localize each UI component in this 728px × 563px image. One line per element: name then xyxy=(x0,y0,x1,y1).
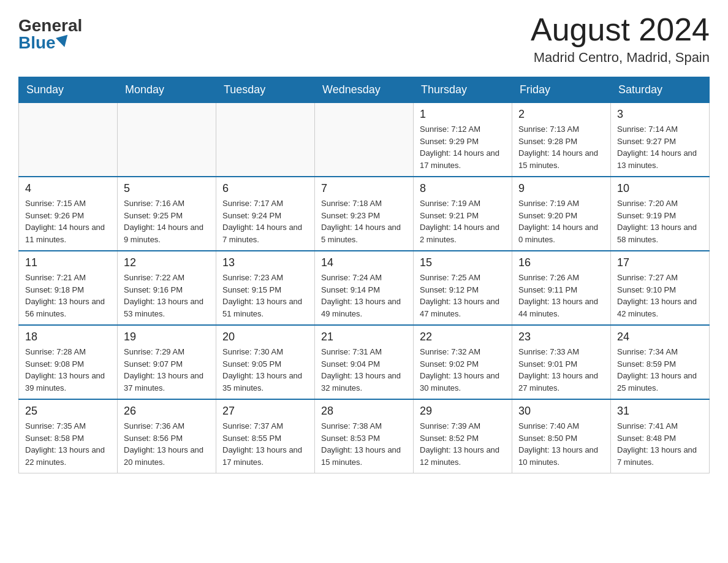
day-info: Sunrise: 7:31 AMSunset: 9:04 PMDaylight:… xyxy=(321,346,407,394)
header-day-tuesday: Tuesday xyxy=(216,77,315,103)
calendar-cell: 28Sunrise: 7:38 AMSunset: 8:53 PMDayligh… xyxy=(315,399,414,473)
calendar-cell: 19Sunrise: 7:29 AMSunset: 9:07 PMDayligh… xyxy=(118,325,216,399)
day-number: 22 xyxy=(420,331,506,343)
calendar-table: SundayMondayTuesdayWednesdayThursdayFrid… xyxy=(18,77,710,473)
day-info: Sunrise: 7:14 AMSunset: 9:27 PMDaylight:… xyxy=(617,123,703,171)
day-info: Sunrise: 7:17 AMSunset: 9:24 PMDaylight:… xyxy=(222,197,308,245)
day-number: 1 xyxy=(420,108,506,121)
calendar-cell: 2Sunrise: 7:13 AMSunset: 9:28 PMDaylight… xyxy=(512,103,611,177)
calendar-cell: 23Sunrise: 7:33 AMSunset: 9:01 PMDayligh… xyxy=(512,325,611,399)
week-row-4: 18Sunrise: 7:28 AMSunset: 9:08 PMDayligh… xyxy=(19,325,710,399)
calendar-cell: 29Sunrise: 7:39 AMSunset: 8:52 PMDayligh… xyxy=(414,399,512,473)
calendar-cell: 16Sunrise: 7:26 AMSunset: 9:11 PMDayligh… xyxy=(512,251,611,325)
day-number: 11 xyxy=(25,256,111,269)
day-info: Sunrise: 7:24 AMSunset: 9:14 PMDaylight:… xyxy=(321,272,407,320)
calendar-cell: 8Sunrise: 7:19 AMSunset: 9:21 PMDaylight… xyxy=(414,177,512,251)
day-number: 31 xyxy=(617,405,703,418)
day-info: Sunrise: 7:29 AMSunset: 9:07 PMDaylight:… xyxy=(124,346,210,394)
header-day-saturday: Saturday xyxy=(611,77,710,103)
day-number: 5 xyxy=(124,182,210,195)
header-day-wednesday: Wednesday xyxy=(315,77,414,103)
day-info: Sunrise: 7:28 AMSunset: 9:08 PMDaylight:… xyxy=(25,346,111,394)
calendar-cell: 9Sunrise: 7:19 AMSunset: 9:20 PMDaylight… xyxy=(512,177,611,251)
header: General Blue August 2024 Madrid Centro, … xyxy=(18,12,710,66)
calendar-cell: 1Sunrise: 7:12 AMSunset: 9:29 PMDaylight… xyxy=(414,103,512,177)
day-number: 16 xyxy=(518,256,604,269)
day-number: 7 xyxy=(321,182,407,195)
location-subtitle: Madrid Centro, Madrid, Spain xyxy=(531,50,710,66)
day-number: 4 xyxy=(25,182,111,195)
calendar-cell: 18Sunrise: 7:28 AMSunset: 9:08 PMDayligh… xyxy=(19,325,118,399)
logo-blue-text: Blue xyxy=(18,34,56,52)
day-number: 13 xyxy=(222,256,308,269)
day-info: Sunrise: 7:22 AMSunset: 9:16 PMDaylight:… xyxy=(124,272,210,320)
day-number: 27 xyxy=(222,405,308,418)
day-info: Sunrise: 7:25 AMSunset: 9:12 PMDaylight:… xyxy=(420,272,506,320)
calendar-cell xyxy=(118,103,216,177)
day-info: Sunrise: 7:21 AMSunset: 9:18 PMDaylight:… xyxy=(25,272,111,320)
calendar-cell: 21Sunrise: 7:31 AMSunset: 9:04 PMDayligh… xyxy=(315,325,414,399)
calendar-cell: 30Sunrise: 7:40 AMSunset: 8:50 PMDayligh… xyxy=(512,399,611,473)
day-number: 21 xyxy=(321,331,407,343)
day-info: Sunrise: 7:19 AMSunset: 9:21 PMDaylight:… xyxy=(420,197,506,245)
day-number: 28 xyxy=(321,405,407,418)
calendar-cell: 11Sunrise: 7:21 AMSunset: 9:18 PMDayligh… xyxy=(19,251,118,325)
calendar-cell xyxy=(216,103,315,177)
day-number: 24 xyxy=(617,331,703,343)
day-info: Sunrise: 7:34 AMSunset: 8:59 PMDaylight:… xyxy=(617,346,703,394)
calendar-cell: 20Sunrise: 7:30 AMSunset: 9:05 PMDayligh… xyxy=(216,325,315,399)
week-row-5: 25Sunrise: 7:35 AMSunset: 8:58 PMDayligh… xyxy=(19,399,710,473)
header-row: SundayMondayTuesdayWednesdayThursdayFrid… xyxy=(19,77,710,103)
day-number: 9 xyxy=(518,182,604,195)
day-info: Sunrise: 7:35 AMSunset: 8:58 PMDaylight:… xyxy=(25,420,111,468)
calendar-cell: 22Sunrise: 7:32 AMSunset: 9:02 PMDayligh… xyxy=(414,325,512,399)
calendar-cell: 17Sunrise: 7:27 AMSunset: 9:10 PMDayligh… xyxy=(611,251,710,325)
day-info: Sunrise: 7:15 AMSunset: 9:26 PMDaylight:… xyxy=(25,197,111,245)
day-info: Sunrise: 7:12 AMSunset: 9:29 PMDaylight:… xyxy=(420,123,506,171)
day-number: 26 xyxy=(124,405,210,418)
logo-general-text: General xyxy=(18,17,82,34)
day-info: Sunrise: 7:30 AMSunset: 9:05 PMDaylight:… xyxy=(222,346,308,394)
calendar-cell xyxy=(19,103,118,177)
calendar-cell: 4Sunrise: 7:15 AMSunset: 9:26 PMDaylight… xyxy=(19,177,118,251)
day-number: 20 xyxy=(222,331,308,343)
calendar-cell: 14Sunrise: 7:24 AMSunset: 9:14 PMDayligh… xyxy=(315,251,414,325)
title-area: August 2024 Madrid Centro, Madrid, Spain xyxy=(531,12,710,66)
day-info: Sunrise: 7:13 AMSunset: 9:28 PMDaylight:… xyxy=(518,123,604,171)
calendar-cell: 3Sunrise: 7:14 AMSunset: 9:27 PMDaylight… xyxy=(611,103,710,177)
day-number: 18 xyxy=(25,331,111,343)
day-number: 8 xyxy=(420,182,506,195)
day-info: Sunrise: 7:19 AMSunset: 9:20 PMDaylight:… xyxy=(518,197,604,245)
calendar-cell: 15Sunrise: 7:25 AMSunset: 9:12 PMDayligh… xyxy=(414,251,512,325)
day-number: 15 xyxy=(420,256,506,269)
calendar-cell: 24Sunrise: 7:34 AMSunset: 8:59 PMDayligh… xyxy=(611,325,710,399)
calendar-cell: 12Sunrise: 7:22 AMSunset: 9:16 PMDayligh… xyxy=(118,251,216,325)
calendar-cell: 7Sunrise: 7:18 AMSunset: 9:23 PMDaylight… xyxy=(315,177,414,251)
logo-blue-row: Blue xyxy=(18,34,69,52)
calendar-cell: 31Sunrise: 7:41 AMSunset: 8:48 PMDayligh… xyxy=(611,399,710,473)
calendar-cell: 25Sunrise: 7:35 AMSunset: 8:58 PMDayligh… xyxy=(19,399,118,473)
calendar-cell: 27Sunrise: 7:37 AMSunset: 8:55 PMDayligh… xyxy=(216,399,315,473)
header-day-sunday: Sunday xyxy=(19,77,118,103)
day-info: Sunrise: 7:16 AMSunset: 9:25 PMDaylight:… xyxy=(124,197,210,245)
day-info: Sunrise: 7:18 AMSunset: 9:23 PMDaylight:… xyxy=(321,197,407,245)
header-day-friday: Friday xyxy=(512,77,611,103)
calendar-cell: 10Sunrise: 7:20 AMSunset: 9:19 PMDayligh… xyxy=(611,177,710,251)
day-info: Sunrise: 7:23 AMSunset: 9:15 PMDaylight:… xyxy=(222,272,308,320)
day-number: 6 xyxy=(222,182,308,195)
week-row-3: 11Sunrise: 7:21 AMSunset: 9:18 PMDayligh… xyxy=(19,251,710,325)
day-info: Sunrise: 7:38 AMSunset: 8:53 PMDaylight:… xyxy=(321,420,407,468)
calendar-cell: 26Sunrise: 7:36 AMSunset: 8:56 PMDayligh… xyxy=(118,399,216,473)
day-number: 2 xyxy=(518,108,604,121)
calendar-cell: 13Sunrise: 7:23 AMSunset: 9:15 PMDayligh… xyxy=(216,251,315,325)
day-number: 3 xyxy=(617,108,703,121)
day-number: 12 xyxy=(124,256,210,269)
day-info: Sunrise: 7:20 AMSunset: 9:19 PMDaylight:… xyxy=(617,197,703,245)
week-row-1: 1Sunrise: 7:12 AMSunset: 9:29 PMDaylight… xyxy=(19,103,710,177)
day-number: 29 xyxy=(420,405,506,418)
week-row-2: 4Sunrise: 7:15 AMSunset: 9:26 PMDaylight… xyxy=(19,177,710,251)
day-number: 30 xyxy=(518,405,604,418)
day-info: Sunrise: 7:36 AMSunset: 8:56 PMDaylight:… xyxy=(124,420,210,468)
logo-triangle-icon xyxy=(56,35,70,49)
day-info: Sunrise: 7:40 AMSunset: 8:50 PMDaylight:… xyxy=(518,420,604,468)
